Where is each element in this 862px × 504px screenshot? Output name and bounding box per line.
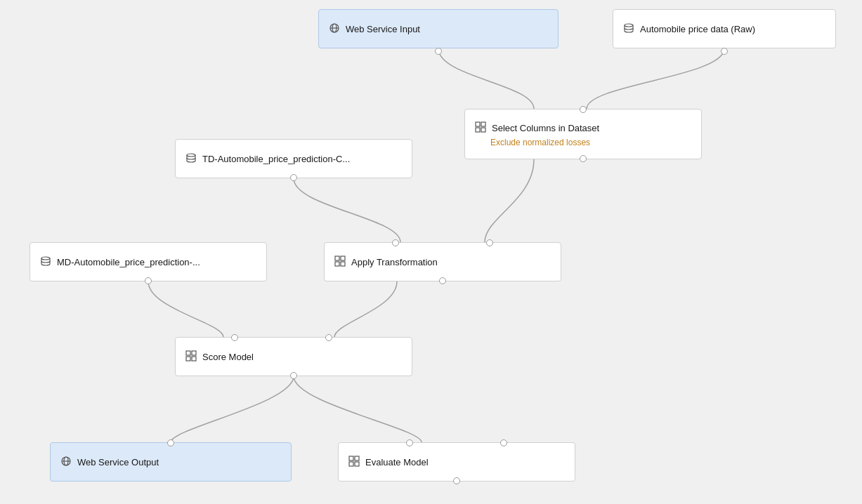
td-automobile-output-port[interactable] [290, 174, 297, 181]
apply-transformation-input-port-left[interactable] [392, 239, 399, 246]
svg-rect-15 [192, 351, 196, 355]
svg-point-8 [187, 154, 195, 157]
database-icon-3 [40, 256, 51, 269]
svg-point-9 [41, 257, 50, 260]
web-service-input-label: Web Service Input [346, 24, 420, 34]
score-model-input-port-right[interactable] [325, 334, 332, 341]
globe-icon-2 [60, 456, 72, 469]
md-automobile-output-port[interactable] [145, 277, 152, 284]
select-columns-label: Select Columns in Dataset [492, 123, 599, 133]
evaluate-model-node[interactable]: Evaluate Model [338, 442, 575, 482]
td-automobile-label: TD-Automobile_price_prediction-C... [202, 154, 350, 164]
svg-rect-11 [341, 256, 345, 260]
md-automobile-label: MD-Automobile_price_prediction-... [57, 257, 200, 267]
globe-icon [329, 22, 340, 36]
score-model-output-port[interactable] [290, 372, 297, 379]
grid-icon-2 [334, 256, 346, 269]
svg-rect-21 [349, 456, 353, 460]
score-model-node[interactable]: Score Model [175, 337, 412, 376]
select-columns-node[interactable]: Select Columns in Dataset Exclude normal… [464, 109, 702, 159]
svg-rect-13 [341, 262, 345, 266]
database-icon-2 [185, 152, 197, 166]
pipeline-canvas: Web Service Input Automobile price data … [0, 0, 862, 504]
conn-apply-score [334, 281, 397, 337]
database-icon-1 [623, 22, 634, 36]
svg-rect-12 [335, 262, 339, 266]
web-service-output-node[interactable]: Web Service Output [50, 442, 292, 482]
conn-auto-select [587, 48, 724, 109]
svg-rect-16 [186, 357, 190, 361]
td-automobile-node[interactable]: TD-Automobile_price_prediction-C... [175, 139, 412, 178]
select-columns-subtitle: Exclude normalized losses [490, 138, 691, 147]
apply-transformation-output-port[interactable] [439, 277, 446, 284]
apply-transformation-input-port-right[interactable] [486, 239, 493, 246]
conn-score-wso [171, 376, 294, 442]
web-service-input-node[interactable]: Web Service Input [318, 9, 559, 48]
conn-md-score [148, 281, 223, 337]
apply-transformation-label: Apply Transformation [351, 257, 438, 267]
web-service-input-output-port[interactable] [435, 48, 442, 55]
svg-rect-22 [355, 456, 359, 460]
evaluate-model-output-port[interactable] [453, 477, 460, 484]
select-columns-input-port[interactable] [580, 106, 587, 113]
web-service-output-input-port[interactable] [167, 439, 174, 446]
conn-select-apply [485, 159, 534, 242]
conn-wsi-select [438, 48, 534, 109]
svg-rect-23 [349, 462, 353, 466]
md-automobile-node[interactable]: MD-Automobile_price_prediction-... [30, 242, 267, 281]
auto-raw-output-port[interactable] [721, 48, 728, 55]
score-model-label: Score Model [202, 352, 254, 362]
evaluate-model-input-port-right[interactable] [500, 439, 507, 446]
conn-score-eval [294, 376, 422, 442]
svg-rect-10 [335, 256, 339, 260]
svg-point-3 [625, 24, 633, 27]
svg-rect-7 [481, 128, 485, 132]
grid-icon-4 [348, 456, 360, 469]
apply-transformation-node[interactable]: Apply Transformation [324, 242, 561, 281]
web-service-output-label: Web Service Output [77, 457, 159, 467]
svg-rect-4 [476, 122, 480, 126]
automobile-price-raw-label: Automobile price data (Raw) [640, 24, 755, 34]
automobile-price-raw-node[interactable]: Automobile price data (Raw) [613, 9, 836, 48]
grid-icon-3 [185, 350, 197, 364]
select-columns-output-port[interactable] [580, 155, 587, 162]
svg-rect-24 [355, 462, 359, 466]
evaluate-model-label: Evaluate Model [365, 457, 429, 467]
grid-icon-1 [475, 121, 486, 135]
svg-rect-5 [481, 122, 485, 126]
svg-rect-6 [476, 128, 480, 132]
svg-rect-14 [186, 351, 190, 355]
svg-rect-17 [192, 357, 196, 361]
evaluate-model-input-port[interactable] [406, 439, 413, 446]
score-model-input-port-left[interactable] [231, 334, 238, 341]
conn-td-apply [294, 178, 400, 242]
